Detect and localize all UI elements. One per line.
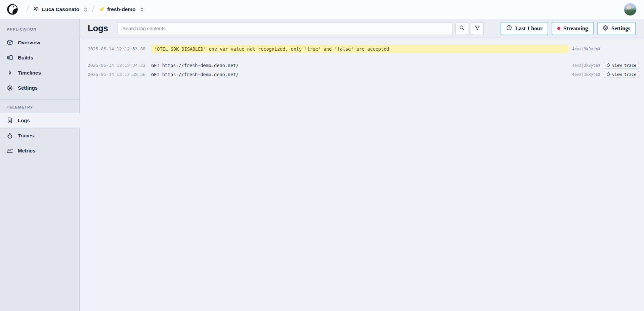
sidebar-item-builds[interactable]: Builds: [0, 50, 79, 65]
sidebar-item-traces[interactable]: Traces: [0, 128, 79, 143]
isolate-id: 4evzj3k8ytm0: [572, 47, 601, 51]
log-timestamp: 2025-05-14 12:12:38.56: [88, 72, 145, 77]
main-content: Logs: [80, 19, 644, 311]
log-timestamp: 2025-05-14 12:12:34.22: [88, 63, 145, 68]
breadcrumb-separator: [26, 4, 30, 14]
document-icon: [7, 117, 13, 124]
log-message: GET https://fresh-demo.deno.net/: [151, 72, 569, 77]
streaming-button[interactable]: Streaming: [552, 22, 594, 35]
trace-slot: view trace: [604, 71, 636, 78]
chevron-updown-icon: [83, 7, 88, 12]
log-row[interactable]: 2025-05-14 12:12:34.22 GET https://fresh…: [88, 61, 636, 70]
timeline-icon: [7, 70, 13, 76]
columns-icon: [7, 54, 13, 61]
flame-icon: [7, 132, 13, 139]
view-trace-label: view trace: [612, 63, 636, 68]
log-settings-button[interactable]: Settings: [597, 22, 636, 35]
view-trace-button[interactable]: view trace: [604, 62, 639, 69]
gear-icon: [7, 85, 13, 91]
breadcrumb-project-switcher[interactable]: fresh-demo: [99, 6, 144, 13]
chart-line-icon: [7, 147, 13, 154]
fresh-lemon-icon: [99, 6, 104, 13]
filter-funnel-icon: [474, 25, 480, 32]
sidebar: APPLICATION Overview Builds: [0, 19, 80, 311]
page-title: Logs: [88, 23, 108, 34]
sidebar-section-label: APPLICATION: [0, 22, 79, 35]
isolate-id: 4evzj3k8ytm0: [572, 63, 601, 68]
sidebar-section-application: APPLICATION Overview Builds: [0, 22, 79, 95]
trace-slot: view trace: [604, 62, 636, 69]
streaming-dot-icon: [557, 27, 560, 30]
breadcrumb-project-label: fresh-demo: [107, 6, 135, 12]
sidebar-item-label: Overview: [18, 40, 40, 45]
sidebar-item-settings[interactable]: Settings: [0, 80, 79, 95]
log-row[interactable]: 2025-05-14 12:12:33.80 'OTEL_SDK_DISABLE…: [88, 45, 636, 53]
user-avatar[interactable]: [624, 3, 637, 16]
gear-icon: [603, 25, 608, 32]
search-icon: [459, 25, 465, 32]
view-trace-button[interactable]: view trace: [604, 71, 639, 78]
time-range-label: Last 1 hour: [515, 25, 543, 32]
sidebar-item-label: Metrics: [18, 148, 36, 153]
sidebar-item-label: Logs: [18, 118, 30, 123]
sidebar-section-label: TELEMETRY: [0, 100, 79, 113]
sidebar-item-logs[interactable]: Logs: [0, 113, 80, 128]
header-actions: Last 1 hour Streaming Settings: [501, 22, 636, 35]
log-settings-label: Settings: [611, 25, 630, 32]
clock-icon: [506, 25, 512, 32]
sidebar-item-label: Builds: [18, 55, 33, 60]
breadcrumb-org-switcher[interactable]: Luca Casonato: [33, 6, 88, 13]
log-timestamp: 2025-05-14 12:12:33.80: [88, 46, 145, 51]
sidebar-section-telemetry: TELEMETRY Logs Traces: [0, 99, 79, 158]
page-header: Logs: [80, 19, 644, 38]
view-trace-label: view trace: [612, 72, 636, 77]
breadcrumb-separator: [91, 4, 95, 14]
time-range-button[interactable]: Last 1 hour: [501, 22, 548, 35]
log-message: GET https://fresh-demo.deno.net/: [151, 63, 569, 68]
flame-icon: [606, 63, 610, 68]
log-message-warning: 'OTEL_SDK_DISABLED' env var value not re…: [151, 45, 569, 53]
search-input[interactable]: [118, 22, 453, 35]
sidebar-item-label: Traces: [18, 133, 34, 138]
topbar: Luca Casonato fresh-demo: [0, 0, 644, 19]
filter-button[interactable]: [471, 22, 484, 35]
org-members-icon: [33, 6, 39, 13]
sidebar-item-metrics[interactable]: Metrics: [0, 143, 79, 158]
sidebar-item-label: Settings: [18, 85, 38, 91]
streaming-label: Streaming: [563, 25, 588, 32]
sidebar-item-overview[interactable]: Overview: [0, 35, 79, 50]
chevron-updown-icon: [140, 7, 144, 12]
cube-icon: [7, 39, 13, 46]
log-list: 2025-05-14 12:12:33.80 'OTEL_SDK_DISABLE…: [80, 38, 644, 79]
sidebar-item-timelines[interactable]: Timelines: [0, 65, 79, 80]
log-row[interactable]: 2025-05-14 12:12:38.56 GET https://fresh…: [88, 70, 636, 79]
sidebar-item-label: Timelines: [18, 70, 41, 76]
search-button[interactable]: [456, 22, 468, 35]
flame-icon: [606, 72, 610, 77]
isolate-id: 4evzj3k8ytm0: [572, 72, 601, 77]
deno-logo-icon[interactable]: [6, 3, 19, 16]
breadcrumb-org-label: Luca Casonato: [42, 6, 79, 12]
